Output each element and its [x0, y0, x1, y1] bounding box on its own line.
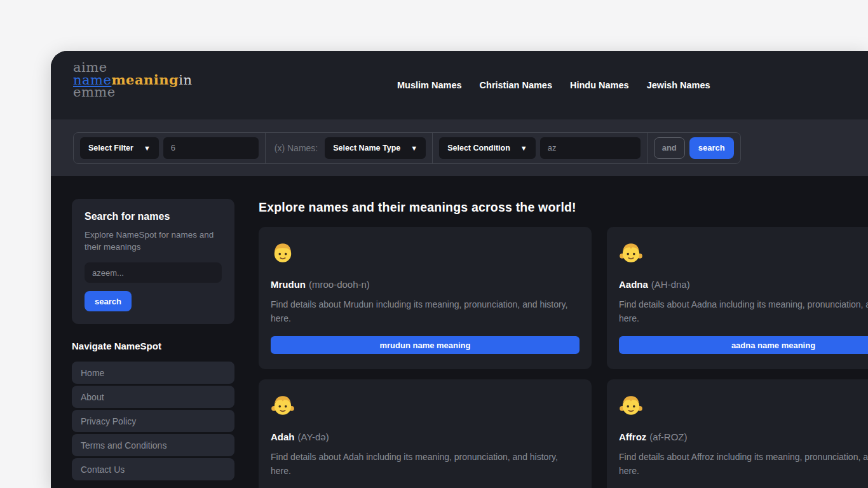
- card-pronunciation: (AY-də): [298, 431, 329, 442]
- filter-section-basic: Select Filter ▼: [74, 133, 265, 163]
- sidebar-item-privacy-policy[interactable]: Privacy Policy: [72, 410, 234, 432]
- search-card-subtitle: Explore NameSpot for names and their mea…: [85, 229, 222, 253]
- nav-jewish-names[interactable]: Jewish Names: [647, 80, 710, 90]
- primary-nav: Muslim Names Christian Names Hindu Names…: [397, 51, 710, 119]
- filter-search-button[interactable]: search: [689, 137, 734, 159]
- filter-section-condition: Select Condition ▼: [432, 133, 647, 163]
- sidebar-item-contact-us[interactable]: Contact Us: [72, 458, 234, 480]
- chevron-down-icon: ▼: [144, 144, 151, 152]
- card-name: Aadna: [619, 279, 648, 290]
- name-card: Mrudun(mroo-dooh-n) Find details about M…: [259, 227, 592, 369]
- logo-in-text: in: [179, 72, 192, 88]
- sidebar: Search for names Explore NameSpot for na…: [72, 199, 234, 482]
- and-button[interactable]: and: [654, 137, 685, 159]
- filter-group: Select Filter ▼ (x) Names: Select Name T…: [73, 132, 741, 164]
- select-condition-label: Select Condition: [447, 144, 510, 152]
- card-name-row: Adah(AY-də): [271, 431, 580, 442]
- girl-emoji-icon: [271, 393, 295, 417]
- card-emoji: [271, 393, 580, 417]
- card-name-row: Mrudun(mroo-dooh-n): [271, 279, 580, 290]
- sidebar-search-button[interactable]: search: [85, 291, 132, 311]
- name-card: Aadna(AH-dna) Find details about Aadna i…: [607, 227, 868, 369]
- card-pronunciation: (mroo-dooh-n): [309, 279, 370, 290]
- select-filter-label: Select Filter: [88, 144, 133, 152]
- card-description: Find details about Aadna including its m…: [619, 298, 868, 325]
- sidebar-search-input[interactable]: [85, 262, 222, 283]
- name-card: Adah(AY-də) Find details about Adah incl…: [259, 379, 592, 488]
- search-card-title: Search for names: [85, 211, 222, 222]
- boy-emoji-icon: [271, 240, 295, 264]
- chevron-down-icon: ▼: [410, 144, 417, 152]
- filter-strip: Select Filter ▼ (x) Names: Select Name T…: [51, 119, 868, 176]
- card-description: Find details about Mrudun including its …: [271, 298, 569, 325]
- page-title: Explore names and their meanings across …: [259, 200, 868, 215]
- names-label: (x) Names:: [272, 143, 320, 153]
- condition-value-input[interactable]: [540, 137, 641, 159]
- select-condition-dropdown[interactable]: Select Condition ▼: [439, 137, 536, 159]
- sidebar-item-about[interactable]: About: [72, 386, 234, 408]
- header: aime namemeaningin emme Muslim Names Chr…: [51, 51, 868, 119]
- card-emoji: [619, 393, 868, 417]
- logo-line-3: emme: [73, 86, 193, 98]
- name-meaning-button[interactable]: mrudun name meaning: [271, 336, 580, 354]
- name-meaning-button[interactable]: aadna name meaning: [619, 336, 868, 354]
- chevron-down-icon: ▼: [520, 144, 527, 152]
- select-name-type-label: Select Name Type: [333, 144, 400, 152]
- sidebar-nav-title: Navigate NameSpot: [72, 341, 234, 351]
- card-pronunciation: (AH-dna): [651, 279, 690, 290]
- card-name: Affroz: [619, 431, 646, 442]
- filter-section-name-type: (x) Names: Select Name Type ▼: [265, 133, 432, 163]
- sidebar-item-home[interactable]: Home: [72, 362, 234, 384]
- sidebar-item-terms-and-conditions[interactable]: Terms and Conditions: [72, 434, 234, 456]
- card-name: Mrudun: [271, 279, 306, 290]
- card-description: Find details about Affroz including its …: [619, 451, 868, 478]
- card-name-row: Affroz(af-ROZ): [619, 431, 868, 442]
- filter-section-actions: and search: [647, 133, 740, 163]
- card-name-row: Aadna(AH-dna): [619, 279, 868, 290]
- girl-emoji-icon: [619, 393, 643, 417]
- filter-value-input[interactable]: [163, 137, 259, 159]
- girl-emoji-icon: [619, 240, 643, 264]
- site-logo[interactable]: aime namemeaningin emme: [73, 62, 193, 98]
- card-emoji: [619, 240, 868, 264]
- sidebar-search-card: Search for names Explore NameSpot for na…: [72, 199, 234, 324]
- logo-meaning-text: meaning: [111, 72, 179, 88]
- nav-christian-names[interactable]: Christian Names: [480, 80, 552, 90]
- name-card: Affroz(af-ROZ) Find details about Affroz…: [607, 379, 868, 488]
- nav-hindu-names[interactable]: Hindu Names: [570, 80, 629, 90]
- nav-muslim-names[interactable]: Muslim Names: [397, 80, 462, 90]
- card-description: Find details about Adah including its me…: [271, 451, 569, 478]
- card-pronunciation: (af-ROZ): [649, 431, 687, 442]
- name-cards-grid: Mrudun(mroo-dooh-n) Find details about M…: [259, 227, 868, 488]
- main-area: Search for names Explore NameSpot for na…: [51, 176, 868, 488]
- content: Explore names and their meanings across …: [259, 200, 868, 488]
- select-filter-dropdown[interactable]: Select Filter ▼: [80, 137, 159, 159]
- card-emoji: [271, 240, 580, 264]
- select-name-type-dropdown[interactable]: Select Name Type ▼: [325, 137, 426, 159]
- app-window: aime namemeaningin emme Muslim Names Chr…: [51, 51, 868, 488]
- card-name: Adah: [271, 431, 295, 442]
